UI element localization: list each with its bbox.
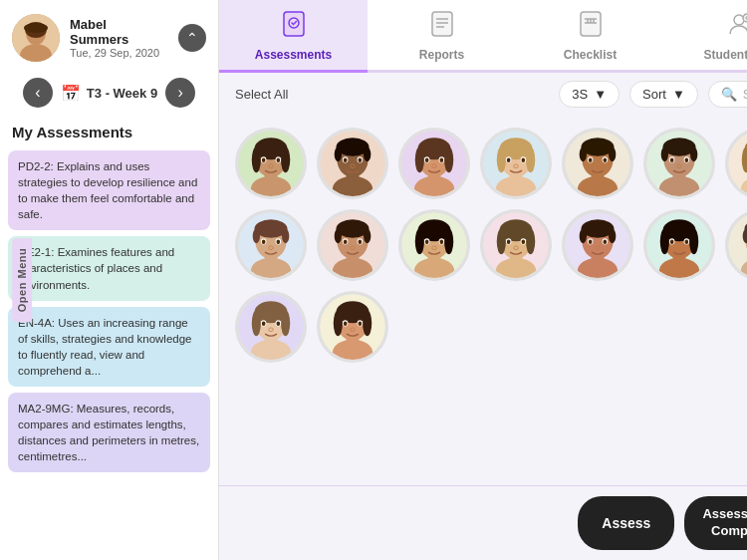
sort-chevron-icon: ▼ bbox=[672, 87, 685, 102]
svg-point-80 bbox=[596, 164, 601, 168]
student-avatar[interactable] bbox=[643, 128, 715, 199]
svg-point-194 bbox=[252, 311, 261, 337]
toolbar: Select All 3S ▼ Sort ▼ 🔍 Search bbox=[219, 73, 747, 116]
tab-reports[interactable]: Reports bbox=[368, 0, 516, 73]
svg-point-206 bbox=[334, 311, 343, 337]
svg-point-111 bbox=[282, 229, 289, 244]
svg-point-211 bbox=[359, 322, 363, 327]
prev-week-button[interactable]: ‹ bbox=[23, 78, 53, 108]
svg-point-67 bbox=[522, 158, 526, 163]
sort-dropdown[interactable]: Sort ▼ bbox=[629, 81, 698, 108]
svg-point-198 bbox=[262, 322, 266, 327]
svg-point-63 bbox=[526, 147, 535, 173]
student-avatar[interactable] bbox=[480, 128, 552, 199]
search-box[interactable]: 🔍 Search bbox=[708, 81, 747, 108]
svg-point-92 bbox=[677, 164, 682, 168]
svg-rect-11 bbox=[581, 12, 601, 36]
svg-point-51 bbox=[444, 147, 453, 173]
svg-point-110 bbox=[253, 229, 260, 244]
assessment-complete-button[interactable]: AssessmentComplete bbox=[684, 496, 747, 550]
student-avatar[interactable] bbox=[235, 291, 307, 363]
student-grid bbox=[219, 116, 747, 485]
student-avatar[interactable] bbox=[562, 209, 633, 281]
filter-value: 3S bbox=[572, 87, 588, 102]
week-text: T3 - Week 9 bbox=[87, 86, 157, 101]
svg-point-127 bbox=[359, 240, 363, 245]
svg-point-138 bbox=[425, 240, 429, 245]
next-week-button[interactable]: › bbox=[165, 78, 195, 108]
svg-point-78 bbox=[589, 158, 593, 163]
svg-point-66 bbox=[507, 158, 511, 163]
svg-point-146 bbox=[497, 229, 506, 255]
search-placeholder: Search bbox=[743, 87, 747, 102]
student-avatar[interactable] bbox=[235, 128, 307, 199]
assessment-item-ge2-1[interactable]: GE2-1: Examines features and characteris… bbox=[8, 236, 210, 300]
week-label: 📅 T3 - Week 9 bbox=[61, 84, 157, 103]
svg-point-115 bbox=[277, 240, 281, 245]
svg-point-159 bbox=[609, 229, 616, 244]
student-avatar[interactable] bbox=[480, 209, 552, 281]
assess-button[interactable]: Assess bbox=[578, 496, 674, 550]
svg-point-43 bbox=[359, 158, 363, 163]
tab-student-info[interactable]: Student Info bbox=[664, 0, 747, 73]
filter-dropdown[interactable]: 3S ▼ bbox=[559, 81, 620, 108]
svg-point-200 bbox=[269, 328, 274, 332]
student-avatar[interactable] bbox=[317, 291, 388, 363]
svg-point-55 bbox=[440, 158, 444, 163]
svg-rect-7 bbox=[432, 12, 452, 36]
svg-point-199 bbox=[277, 322, 281, 327]
svg-point-62 bbox=[497, 147, 506, 173]
student-avatar[interactable] bbox=[398, 128, 470, 199]
my-assessments-title: My Assessments bbox=[0, 114, 218, 146]
assessment-item-ma2-9mg[interactable]: MA2-9MG: Measures, records, compares and… bbox=[8, 393, 210, 472]
week-navigation: ‹ 📅 T3 - Week 9 › bbox=[0, 72, 218, 114]
svg-point-79 bbox=[604, 158, 608, 163]
svg-point-50 bbox=[415, 147, 424, 173]
sidebar: Mabel Summers Tue, 29 Sep, 2020 ⌃ ‹ 📅 T3… bbox=[0, 0, 219, 560]
student-avatar[interactable] bbox=[643, 209, 715, 281]
collapse-sidebar-button[interactable]: ⌃ bbox=[178, 24, 206, 52]
svg-point-134 bbox=[415, 229, 424, 255]
svg-point-68 bbox=[514, 164, 519, 168]
svg-point-171 bbox=[689, 229, 698, 255]
student-avatar[interactable] bbox=[317, 209, 388, 281]
student-avatar[interactable] bbox=[725, 209, 747, 281]
svg-point-30 bbox=[262, 158, 266, 163]
svg-point-91 bbox=[685, 158, 689, 163]
assessment-item-pd2-2[interactable]: PD2-2: Explains and uses strategies to d… bbox=[8, 150, 210, 230]
svg-point-38 bbox=[335, 147, 342, 162]
student-avatar[interactable] bbox=[235, 209, 307, 281]
svg-point-56 bbox=[432, 164, 437, 168]
student-avatar[interactable] bbox=[398, 209, 470, 281]
svg-point-116 bbox=[269, 246, 274, 250]
svg-point-27 bbox=[281, 147, 290, 173]
svg-point-123 bbox=[364, 229, 371, 244]
svg-point-44 bbox=[351, 164, 356, 168]
svg-point-126 bbox=[344, 240, 348, 245]
tab-assessments[interactable]: Assessments bbox=[219, 0, 368, 73]
svg-point-32 bbox=[269, 164, 274, 168]
svg-point-54 bbox=[425, 158, 429, 163]
svg-point-207 bbox=[363, 311, 372, 337]
tab-checklist[interactable]: Checklist bbox=[516, 0, 664, 73]
checklist-tab-label: Checklist bbox=[564, 48, 617, 62]
svg-point-140 bbox=[432, 246, 437, 250]
student-avatar[interactable] bbox=[562, 128, 633, 199]
select-all-button[interactable]: Select All bbox=[235, 87, 288, 102]
sidebar-header: Mabel Summers Tue, 29 Sep, 2020 ⌃ bbox=[0, 0, 218, 72]
svg-point-150 bbox=[507, 240, 511, 245]
student-avatar[interactable] bbox=[725, 128, 747, 199]
search-icon: 🔍 bbox=[721, 87, 737, 102]
svg-point-128 bbox=[351, 246, 356, 250]
assessment-item-en-4a[interactable]: EN-4A: Uses an increasing range of skill… bbox=[8, 307, 210, 387]
svg-point-164 bbox=[596, 246, 601, 250]
open-menu-tab[interactable]: Open Menu bbox=[12, 238, 32, 322]
tab-bar: Assessments Reports bbox=[219, 0, 747, 73]
svg-point-31 bbox=[277, 158, 281, 163]
svg-point-135 bbox=[444, 229, 453, 255]
svg-point-195 bbox=[281, 311, 290, 337]
svg-point-114 bbox=[262, 240, 266, 245]
student-avatar[interactable] bbox=[317, 128, 388, 199]
svg-point-122 bbox=[335, 229, 342, 244]
student-info-tab-label: Student Info bbox=[704, 48, 748, 62]
